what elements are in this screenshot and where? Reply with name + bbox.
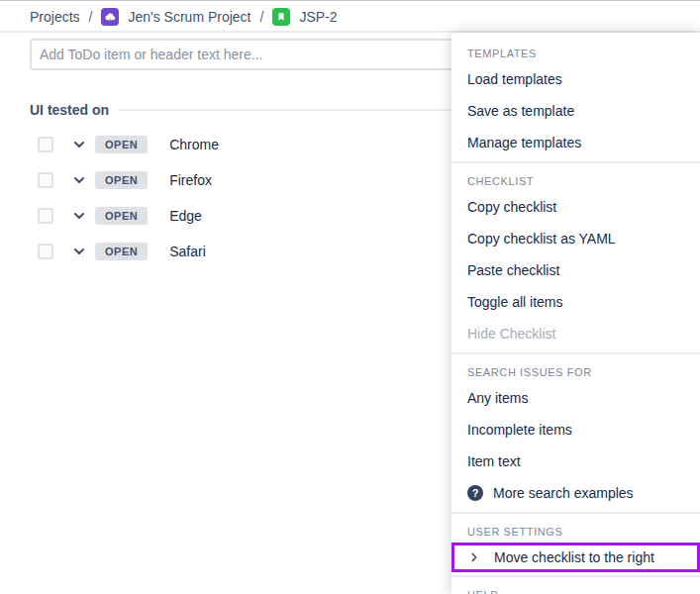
chevron-down-icon[interactable] bbox=[71, 137, 87, 152]
item-label[interactable]: Firefox bbox=[169, 172, 212, 188]
menu-item-incomplete-items[interactable]: Incomplete items bbox=[451, 414, 700, 446]
breadcrumb-projects-link[interactable]: Projects bbox=[30, 9, 80, 25]
status-badge[interactable]: OPEN bbox=[95, 243, 148, 260]
breadcrumb-issue-link[interactable]: JSP-2 bbox=[299, 9, 337, 25]
item-label[interactable]: Safari bbox=[169, 244, 206, 259]
menu-item-label: More search examples bbox=[493, 485, 634, 501]
menu-section-checklist: CHECKLIST bbox=[451, 166, 700, 191]
menu-item-move-checklist-right[interactable]: Move checklist to the right bbox=[451, 543, 700, 572]
checklist-row-firefox: OPEN Firefox bbox=[38, 162, 219, 198]
status-badge[interactable]: OPEN bbox=[95, 171, 148, 189]
menu-item-hide-checklist: Hide Checklist bbox=[451, 318, 700, 349]
menu-divider bbox=[451, 575, 700, 577]
status-badge[interactable]: OPEN bbox=[95, 136, 148, 153]
breadcrumb: Projects / Jen's Scrum Project / JSP-2 bbox=[30, 8, 338, 26]
item-label[interactable]: Chrome bbox=[169, 137, 219, 152]
question-circle-icon: ? bbox=[467, 485, 483, 501]
menu-section-help: HELP bbox=[451, 580, 700, 594]
checkbox[interactable] bbox=[38, 172, 53, 188]
checklist-group-title: UI tested on bbox=[30, 102, 109, 118]
menu-item-any-items[interactable]: Any items bbox=[451, 382, 700, 414]
menu-divider bbox=[451, 352, 700, 354]
menu-section-templates: TEMPLATES bbox=[451, 39, 700, 63]
checklist-options-menu: TEMPLATES Load templates Save as templat… bbox=[451, 33, 700, 594]
item-label[interactable]: Edge bbox=[169, 208, 202, 224]
chevron-down-icon[interactable] bbox=[71, 172, 87, 188]
checkbox[interactable] bbox=[38, 244, 53, 259]
chevron-down-icon[interactable] bbox=[71, 208, 87, 224]
breadcrumb-separator: / bbox=[260, 9, 264, 25]
menu-item-item-text[interactable]: Item text bbox=[451, 446, 700, 477]
checklist: OPEN Chrome OPEN Firefox OPEN Edge OPEN … bbox=[38, 127, 219, 269]
menu-item-toggle-all-items[interactable]: Toggle all items bbox=[451, 286, 700, 318]
checkbox[interactable] bbox=[38, 137, 53, 152]
menu-item-save-as-template[interactable]: Save as template bbox=[451, 95, 700, 127]
breadcrumb-separator: / bbox=[89, 9, 93, 25]
checklist-row-edge: OPEN Edge bbox=[38, 198, 219, 234]
chevron-down-icon[interactable] bbox=[71, 244, 87, 259]
menu-divider bbox=[451, 512, 700, 514]
checkbox[interactable] bbox=[38, 208, 53, 224]
menu-divider bbox=[451, 161, 700, 163]
checklist-row-chrome: OPEN Chrome bbox=[38, 127, 219, 162]
menu-item-label: Move checklist to the right bbox=[494, 549, 654, 565]
status-badge[interactable]: OPEN bbox=[95, 207, 148, 225]
menu-item-paste-checklist[interactable]: Paste checklist bbox=[451, 254, 700, 286]
breadcrumb-project-link[interactable]: Jen's Scrum Project bbox=[128, 9, 250, 25]
story-icon bbox=[272, 8, 290, 26]
chevron-right-icon bbox=[467, 550, 481, 564]
menu-item-copy-checklist[interactable]: Copy checklist bbox=[451, 191, 700, 223]
menu-section-user-settings: USER SETTINGS bbox=[451, 517, 700, 542]
project-avatar-icon bbox=[101, 8, 119, 26]
menu-item-load-templates[interactable]: Load templates bbox=[451, 63, 700, 95]
menu-item-more-search-examples[interactable]: ? More search examples bbox=[451, 477, 700, 509]
checklist-row-safari: OPEN Safari bbox=[38, 234, 219, 269]
menu-item-manage-templates[interactable]: Manage templates bbox=[451, 127, 700, 158]
menu-item-copy-checklist-yaml[interactable]: Copy checklist as YAML bbox=[451, 223, 700, 254]
menu-section-search-issues-for: SEARCH ISSUES FOR bbox=[451, 357, 700, 382]
